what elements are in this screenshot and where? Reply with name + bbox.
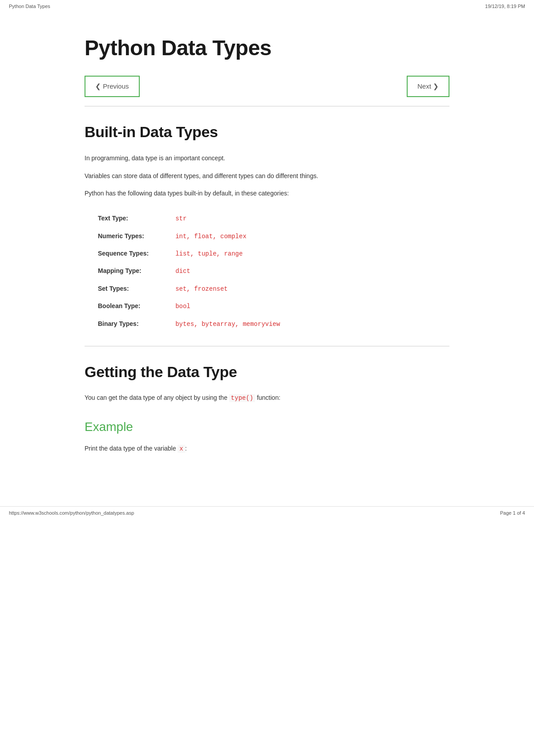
data-types-table: Text Type: str Numeric Types: int, float… <box>98 210 307 333</box>
example-description: Print the data type of the variable x: <box>85 443 449 455</box>
variable-x: x <box>178 445 185 453</box>
example-title: Example <box>85 417 449 437</box>
category-numeric-types: Numeric Types: <box>98 228 175 245</box>
example-desc-before: Print the data type of the variable <box>85 445 178 452</box>
paragraph-3: Python has the following data types buil… <box>85 188 449 199</box>
nav-buttons: ❮ Previous Next ❯ <box>85 76 449 106</box>
page-title: Python Data Types <box>85 31 449 65</box>
table-row: Mapping Type: dict <box>98 262 307 280</box>
category-sequence-types: Sequence Types: <box>98 245 175 262</box>
paragraph-2: Variables can store data of different ty… <box>85 171 449 182</box>
paragraph-type-after: function: <box>255 394 280 401</box>
values-set-types: set, frozenset <box>175 280 307 297</box>
category-mapping-type: Mapping Type: <box>98 262 175 280</box>
category-text-type: Text Type: <box>98 210 175 227</box>
browser-header: Python Data Types 19/12/19, 8:19 PM <box>0 0 534 13</box>
values-sequence-types: list, tuple, range <box>175 245 307 262</box>
example-desc-after: : <box>185 445 187 452</box>
table-row: Binary Types: bytes, bytearray, memoryvi… <box>98 315 307 333</box>
values-numeric-types: int, float, complex <box>175 228 307 245</box>
values-text-type: str <box>175 210 307 227</box>
table-row: Set Types: set, frozenset <box>98 280 307 297</box>
section2-title: Getting the Data Type <box>85 360 449 384</box>
next-button[interactable]: Next ❯ <box>407 76 449 97</box>
values-mapping-type: dict <box>175 262 307 280</box>
main-content: Python Data Types ❮ Previous Next ❯ Buil… <box>67 13 467 488</box>
datetime: 19/12/19, 8:19 PM <box>485 3 525 11</box>
section1-title: Built-in Data Types <box>85 120 449 144</box>
section-built-in: Built-in Data Types In programming, data… <box>85 120 449 333</box>
table-row: Sequence Types: list, tuple, range <box>98 245 307 262</box>
paragraph-1: In programming, data type is an importan… <box>85 153 449 164</box>
section-divider <box>85 346 449 346</box>
values-boolean-type: bool <box>175 297 307 315</box>
previous-button[interactable]: ❮ Previous <box>85 76 140 97</box>
paragraph-type-before: You can get the data type of any object … <box>85 394 229 401</box>
table-row: Text Type: str <box>98 210 307 227</box>
category-binary-types: Binary Types: <box>98 315 175 333</box>
footer-page-label: Page 1 of 4 <box>500 509 525 517</box>
values-binary-types: bytes, bytearray, memoryview <box>175 315 307 333</box>
tab-title: Python Data Types <box>9 3 50 11</box>
page-footer: https://www.w3schools.com/python/python_… <box>0 506 534 520</box>
table-row: Boolean Type: bool <box>98 297 307 315</box>
category-set-types: Set Types: <box>98 280 175 297</box>
paragraph-type: You can get the data type of any object … <box>85 393 449 404</box>
section-getting-type: Getting the Data Type You can get the da… <box>85 360 449 455</box>
table-row: Numeric Types: int, float, complex <box>98 228 307 245</box>
footer-url: https://www.w3schools.com/python/python_… <box>9 509 134 517</box>
inline-code-type: type() <box>229 394 255 402</box>
example-block: Example Print the data type of the varia… <box>85 417 449 455</box>
category-boolean-type: Boolean Type: <box>98 297 175 315</box>
